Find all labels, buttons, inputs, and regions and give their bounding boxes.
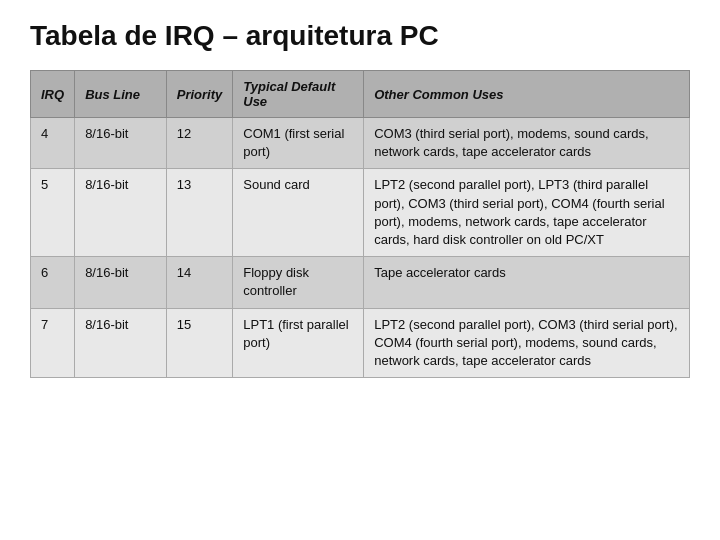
header-typical: Typical Default Use — [233, 71, 364, 118]
cell-priority: 15 — [166, 308, 233, 378]
cell-other: LPT2 (second parallel port), COM3 (third… — [364, 308, 690, 378]
cell-priority: 14 — [166, 257, 233, 308]
header-irq: IRQ — [31, 71, 75, 118]
table-row: 48/16-bit12COM1 (first serial port)COM3 … — [31, 118, 690, 169]
cell-bus: 8/16-bit — [75, 118, 167, 169]
cell-irq: 5 — [31, 169, 75, 257]
cell-priority: 12 — [166, 118, 233, 169]
header-priority: Priority — [166, 71, 233, 118]
cell-irq: 7 — [31, 308, 75, 378]
cell-other: LPT2 (second parallel port), LPT3 (third… — [364, 169, 690, 257]
table-row: 78/16-bit15LPT1 (first parallel port)LPT… — [31, 308, 690, 378]
table-row: 58/16-bit13Sound cardLPT2 (second parall… — [31, 169, 690, 257]
header-bus: Bus Line — [75, 71, 167, 118]
cell-irq: 6 — [31, 257, 75, 308]
cell-bus: 8/16-bit — [75, 257, 167, 308]
cell-typical: COM1 (first serial port) — [233, 118, 364, 169]
cell-bus: 8/16-bit — [75, 169, 167, 257]
table-row: 68/16-bit14Floppy disk controllerTape ac… — [31, 257, 690, 308]
header-other: Other Common Uses — [364, 71, 690, 118]
cell-irq: 4 — [31, 118, 75, 169]
cell-priority: 13 — [166, 169, 233, 257]
table-header-row: IRQ Bus Line Priority Typical Default Us… — [31, 71, 690, 118]
cell-typical: Sound card — [233, 169, 364, 257]
cell-other: Tape accelerator cards — [364, 257, 690, 308]
cell-bus: 8/16-bit — [75, 308, 167, 378]
cell-other: COM3 (third serial port), modems, sound … — [364, 118, 690, 169]
cell-typical: LPT1 (first parallel port) — [233, 308, 364, 378]
irq-table: IRQ Bus Line Priority Typical Default Us… — [30, 70, 690, 378]
cell-typical: Floppy disk controller — [233, 257, 364, 308]
page-title: Tabela de IRQ – arquitetura PC — [30, 20, 690, 52]
